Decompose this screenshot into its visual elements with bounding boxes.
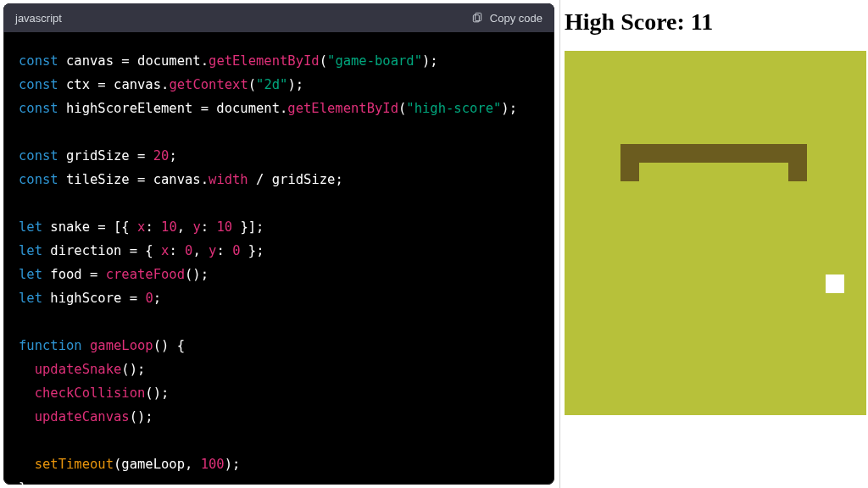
high-score-value: 11 xyxy=(691,8,713,35)
high-score-display: High Score: 11 xyxy=(565,8,866,36)
snake-segment xyxy=(788,163,807,181)
copy-code-button[interactable]: Copy code xyxy=(471,11,542,25)
snake-segment xyxy=(788,144,807,163)
copy-code-label: Copy code xyxy=(490,12,542,25)
snake-segment xyxy=(714,144,732,163)
snake-segment xyxy=(620,163,639,181)
snake-segment xyxy=(695,144,714,163)
snake-segment xyxy=(770,144,788,163)
snake-segment xyxy=(658,144,676,163)
svg-rect-0 xyxy=(476,13,481,20)
code-content[interactable]: const canvas = document.getElementById("… xyxy=(3,32,554,485)
snake-segment xyxy=(676,144,695,163)
food xyxy=(826,274,844,293)
code-language-label: javascript xyxy=(15,12,62,25)
snake-segment xyxy=(639,144,658,163)
snake-segment xyxy=(751,144,770,163)
snake-segment xyxy=(620,144,639,163)
high-score-label: High Score: xyxy=(565,8,691,35)
code-block: javascript Copy code const canvas = docu… xyxy=(3,3,554,485)
code-header: javascript Copy code xyxy=(3,3,554,32)
snake-segment xyxy=(732,144,751,163)
game-board[interactable] xyxy=(565,51,866,415)
clipboard-icon xyxy=(471,11,483,25)
